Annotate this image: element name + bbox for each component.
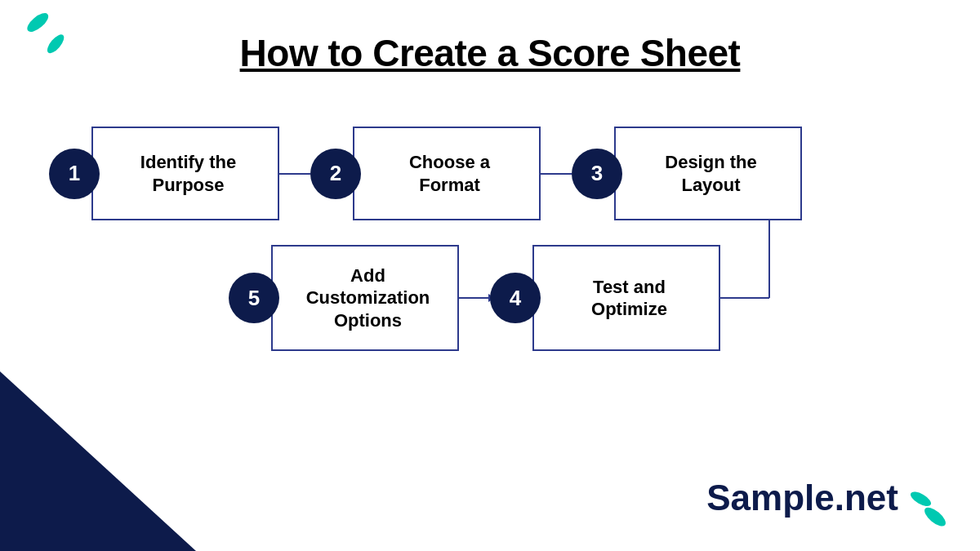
step-2-group: 2 Choose aFormat bbox=[310, 127, 541, 220]
step-1-circle: 1 bbox=[49, 149, 100, 199]
svg-point-3 bbox=[908, 489, 933, 509]
bottom-right-decoration bbox=[906, 478, 964, 535]
bottom-left-decoration bbox=[0, 371, 196, 551]
svg-point-2 bbox=[921, 504, 948, 530]
step-2-label: Choose aFormat bbox=[409, 151, 490, 196]
step-4-label: Test andOptimize bbox=[591, 276, 667, 321]
step-5-box: AddCustomizationOptions bbox=[271, 245, 459, 351]
step-1-box: Identify thePurpose bbox=[91, 127, 279, 220]
top-left-decoration bbox=[16, 8, 74, 65]
watermark: Sample.net bbox=[706, 478, 898, 518]
step-4-box: Test andOptimize bbox=[532, 245, 720, 351]
step-2-circle: 2 bbox=[310, 149, 361, 199]
connector-5-4 bbox=[459, 297, 490, 299]
step-5-label: AddCustomizationOptions bbox=[306, 264, 430, 332]
step-3-group: 3 Design theLayout bbox=[572, 127, 802, 220]
step-5-circle: 5 bbox=[229, 273, 279, 323]
step-1-label: Identify thePurpose bbox=[140, 151, 236, 196]
step-1-group: 1 Identify thePurpose bbox=[49, 127, 279, 220]
svg-point-1 bbox=[44, 32, 66, 56]
page-title: How to Create a Score Sheet bbox=[0, 0, 980, 75]
step-4-group: 4 Test andOptimize bbox=[490, 245, 720, 351]
step-3-box: Design theLayout bbox=[614, 127, 802, 220]
connector-2-3 bbox=[541, 173, 572, 175]
step-3-label: Design theLayout bbox=[665, 151, 756, 196]
step-2-box: Choose aFormat bbox=[353, 127, 541, 220]
step-3-circle: 3 bbox=[572, 149, 622, 199]
step-4-circle: 4 bbox=[490, 273, 541, 323]
svg-point-0 bbox=[24, 10, 51, 35]
connector-1-2 bbox=[279, 173, 310, 175]
step-5-group: 5 AddCustomizationOptions bbox=[229, 245, 459, 351]
